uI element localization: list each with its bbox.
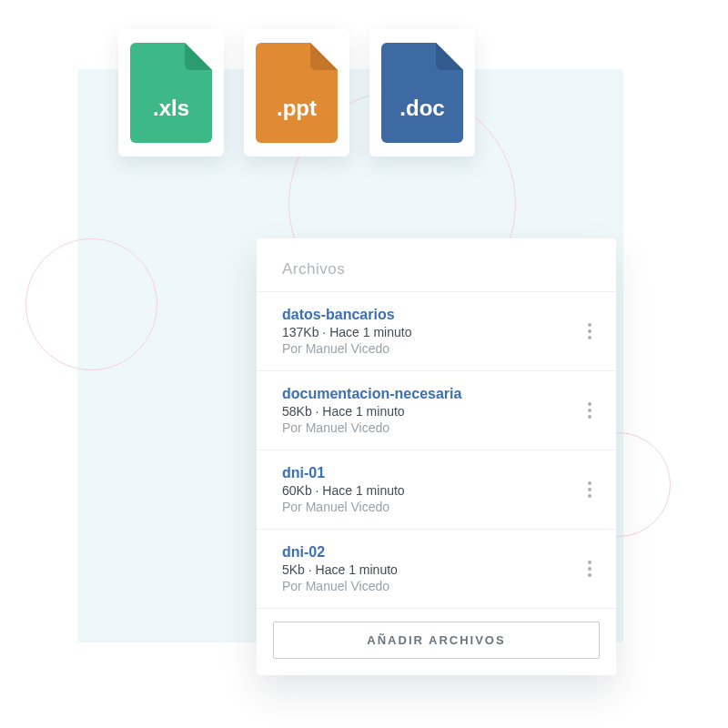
file-author: Por Manuel Vicedo — [282, 341, 565, 356]
file-ext-label: .ppt — [277, 96, 317, 120]
file-list-item[interactable]: documentacion-necesaria 58Kb · Hace 1 mi… — [257, 370, 616, 450]
file-meta: 60Kb · Hace 1 minuto — [282, 483, 565, 498]
file-meta: 137Kb · Hace 1 minuto — [282, 325, 565, 339]
file-title: datos-bancarios — [282, 307, 565, 323]
kebab-menu-icon[interactable] — [580, 400, 600, 420]
add-files-button[interactable]: AÑADIR ARCHIVOS — [273, 622, 600, 659]
file-author: Por Manuel Vicedo — [282, 420, 565, 435]
file-ext-label: .doc — [399, 96, 444, 120]
file-author: Por Manuel Vicedo — [282, 500, 565, 514]
file-list-item[interactable]: dni-02 5Kb · Hace 1 minuto Por Manuel Vi… — [257, 529, 616, 608]
file-title: documentacion-necesaria — [282, 386, 565, 402]
file-icon-ppt: .ppt — [244, 29, 349, 157]
file-type-icons-row: .xls .ppt .doc — [118, 29, 475, 157]
decorative-circle — [25, 238, 157, 370]
file-title: dni-02 — [282, 544, 565, 561]
file-author: Por Manuel Vicedo — [282, 579, 565, 593]
file-icon-doc: .doc — [369, 29, 475, 157]
file-meta: 5Kb · Hace 1 minuto — [282, 562, 565, 577]
files-card-header: Archivos — [257, 238, 616, 291]
file-icon-xls: .xls — [118, 29, 224, 157]
file-title: dni-01 — [282, 465, 565, 481]
file-list-item[interactable]: datos-bancarios 137Kb · Hace 1 minuto Po… — [257, 291, 616, 370]
kebab-menu-icon[interactable] — [580, 480, 600, 500]
kebab-menu-icon[interactable] — [580, 559, 600, 579]
file-list-item[interactable]: dni-01 60Kb · Hace 1 minuto Por Manuel V… — [257, 450, 616, 529]
file-ext-label: .xls — [153, 96, 189, 120]
kebab-menu-icon[interactable] — [580, 321, 600, 341]
file-meta: 58Kb · Hace 1 minuto — [282, 404, 565, 419]
files-card-footer: AÑADIR ARCHIVOS — [257, 608, 616, 675]
files-card: Archivos datos-bancarios 137Kb · Hace 1 … — [257, 238, 616, 675]
